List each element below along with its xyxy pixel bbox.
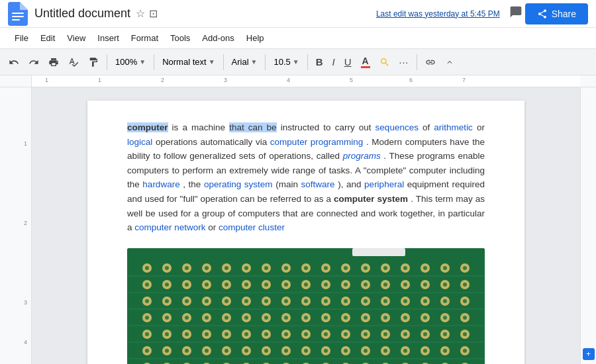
link-computer-programming[interactable]: computer programming <box>270 137 363 147</box>
svg-point-175 <box>145 299 149 303</box>
redo-button[interactable] <box>25 54 42 70</box>
svg-point-221 <box>383 332 387 336</box>
italic-programs: programs <box>343 151 381 161</box>
link-computer-network[interactable]: computer network <box>134 222 205 232</box>
bold-button[interactable]: B <box>313 54 326 70</box>
paint-format-button[interactable] <box>85 54 102 70</box>
highlight-button[interactable] <box>376 54 393 70</box>
spellcheck-button[interactable] <box>65 54 82 70</box>
link-programs[interactable]: programs <box>343 151 381 161</box>
link-peripheral[interactable]: peripheral <box>364 179 404 189</box>
svg-point-172 <box>423 283 427 287</box>
style-chevron: ▼ <box>209 58 215 66</box>
svg-point-195 <box>205 316 209 320</box>
svg-point-218 <box>324 332 328 336</box>
text-segment-10: ), and <box>338 179 364 189</box>
svg-point-200 <box>304 316 308 320</box>
link-hardware[interactable]: hardware <box>142 179 179 189</box>
link-software[interactable]: software <box>301 179 335 189</box>
menu-file[interactable]: File <box>9 30 34 46</box>
menu-addons[interactable]: Add-ons <box>197 30 239 46</box>
menu-view[interactable]: View <box>62 30 91 46</box>
link-arithmetic[interactable]: arithmetic <box>434 122 473 132</box>
ruler-container: 1 1 2 3 4 5 6 7 <box>0 75 596 87</box>
svg-point-235 <box>324 349 328 353</box>
size-chevron: ▼ <box>293 58 299 66</box>
svg-point-178 <box>205 299 209 303</box>
svg-point-207 <box>443 316 447 320</box>
svg-point-212 <box>205 332 209 336</box>
last-edit-label[interactable]: Last edit was yesterday at 5:45 PM <box>376 9 500 19</box>
svg-point-153 <box>383 266 387 270</box>
document-title[interactable]: Untitled document <box>34 7 130 21</box>
separator-4 <box>265 54 266 70</box>
svg-point-171 <box>403 283 407 287</box>
svg-point-224 <box>443 332 447 336</box>
svg-point-223 <box>423 332 427 336</box>
size-dropdown[interactable]: 10.5 ▼ <box>270 55 302 69</box>
svg-point-209 <box>145 332 149 336</box>
text-segment-1: is a machine <box>172 122 225 132</box>
svg-point-149 <box>304 266 308 270</box>
underline-button[interactable]: U <box>341 54 355 70</box>
more-button[interactable]: ··· <box>396 54 413 70</box>
font-dropdown[interactable]: Arial ▼ <box>228 55 261 69</box>
svg-point-222 <box>403 332 407 336</box>
svg-point-226 <box>145 349 149 353</box>
svg-point-199 <box>284 316 288 320</box>
left-margin: 1 2 3 4 <box>0 87 32 364</box>
share-label: Share <box>552 9 576 19</box>
menu-insert[interactable]: Insert <box>92 30 124 46</box>
svg-point-155 <box>423 266 427 270</box>
style-dropdown[interactable]: Normal text ▼ <box>159 55 218 69</box>
svg-point-184 <box>324 299 328 303</box>
corner-navigation-button[interactable]: + <box>583 348 595 360</box>
docs-icon <box>8 2 28 26</box>
svg-point-213 <box>224 332 228 336</box>
menu-edit[interactable]: Edit <box>35 30 60 46</box>
font-color-button[interactable]: A <box>358 54 373 71</box>
link-computer-cluster[interactable]: computer cluster <box>219 222 285 232</box>
italic-button[interactable]: I <box>329 54 338 70</box>
svg-point-231 <box>244 349 248 353</box>
print-button[interactable] <box>45 54 62 70</box>
svg-point-183 <box>304 299 308 303</box>
document-scroll[interactable]: computer is a machine that can be instru… <box>32 87 580 364</box>
svg-point-188 <box>403 299 407 303</box>
document-text[interactable]: computer is a machine that can be instru… <box>127 120 485 235</box>
comment-button[interactable] <box>507 3 525 24</box>
svg-point-228 <box>185 349 189 353</box>
svg-point-233 <box>284 349 288 353</box>
toolbar: 100% ▼ Normal text ▼ Arial ▼ 10.5 ▼ B I … <box>0 49 596 75</box>
separator-5 <box>307 54 308 70</box>
menu-help[interactable]: Help <box>241 30 270 46</box>
link-logical[interactable]: logical <box>127 137 152 147</box>
svg-point-197 <box>244 316 248 320</box>
folder-icon[interactable]: ⊡ <box>149 7 158 20</box>
svg-point-160 <box>185 283 189 287</box>
svg-point-186 <box>364 299 368 303</box>
svg-point-150 <box>324 266 328 270</box>
svg-point-165 <box>284 283 288 287</box>
zoom-dropdown[interactable]: 100% ▼ <box>112 55 149 69</box>
svg-point-194 <box>185 316 189 320</box>
menu-format[interactable]: Format <box>126 30 164 46</box>
link-operating-system[interactable]: operating system <box>204 179 273 189</box>
svg-point-204 <box>383 316 387 320</box>
svg-point-168 <box>344 283 348 287</box>
share-button[interactable]: Share <box>525 3 588 24</box>
svg-point-196 <box>224 316 228 320</box>
text-segment-2: instructed to carry out <box>281 122 375 132</box>
link-sequences[interactable]: sequences <box>375 122 419 132</box>
svg-point-152 <box>364 266 368 270</box>
text-segment-9: (main <box>275 179 301 189</box>
insert-link-button[interactable] <box>422 54 439 70</box>
svg-point-192 <box>145 316 149 320</box>
svg-point-142 <box>165 266 169 270</box>
star-icon[interactable]: ☆ <box>136 7 145 20</box>
svg-point-156 <box>443 266 447 270</box>
undo-button[interactable] <box>5 54 23 70</box>
chevron-up-button[interactable] <box>442 55 458 69</box>
menu-tools[interactable]: Tools <box>165 30 195 46</box>
svg-point-170 <box>383 283 387 287</box>
